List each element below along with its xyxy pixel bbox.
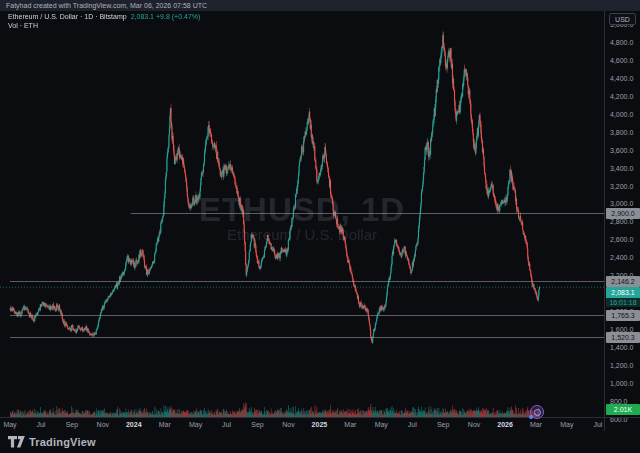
legend-change: +9.8 (+0.47%) xyxy=(156,13,200,20)
time-tick-month: May xyxy=(375,421,388,428)
price-tick-label: 3,800.0 xyxy=(610,129,633,137)
legend-symbol[interactable]: Ethereum / U.S. Dollar · 1D · Bitstamp xyxy=(8,13,127,20)
chart-pane[interactable]: ETHUSD, 1D Ethereum / U.S. Dollar Ethere… xyxy=(0,11,604,417)
bar-countdown: 16:01:18 xyxy=(606,298,640,307)
time-tick-month: Mar xyxy=(530,421,542,428)
price-tick-label: 3,600.0 xyxy=(610,147,633,155)
time-tick-month: Sep xyxy=(251,421,263,428)
price-tick-label: 4,800.0 xyxy=(610,39,633,47)
currency-button[interactable]: USD xyxy=(609,13,636,25)
legend-symbol-row[interactable]: Ethereum / U.S. Dollar · 1D · Bitstamp2,… xyxy=(8,13,200,20)
time-tick-month: Nov xyxy=(468,421,480,428)
price-tick-label: 3,400.0 xyxy=(610,165,633,173)
time-tick-month: Nov xyxy=(282,421,294,428)
last-price-badge: 2,083.116:01:18 xyxy=(606,287,640,307)
price-tick-label: 2,400.0 xyxy=(610,254,633,262)
attribution-text: Fatyhad created with TradingView.com, Ma… xyxy=(6,2,207,9)
price-tick-label: 2,600.0 xyxy=(610,236,633,244)
event-dot-icon xyxy=(529,415,533,419)
event-swirl-icon xyxy=(534,409,541,416)
hline-price-badge: 1,520.3 xyxy=(606,332,640,343)
time-tick-month: May xyxy=(560,421,573,428)
last-price-value: 2,083.1 xyxy=(606,287,640,298)
attribution-bar: Fatyhad created with TradingView.com, Ma… xyxy=(0,0,640,11)
time-tick-month: May xyxy=(3,421,16,428)
price-tick-label: 1,200.0 xyxy=(610,362,633,370)
price-tick-label: 3,200.0 xyxy=(610,183,633,191)
volume-value-badge: 2.01K xyxy=(606,404,640,415)
legend-last-price: 2,083.1 xyxy=(131,13,154,20)
tradingview-logo[interactable]: TradingView xyxy=(8,436,96,448)
time-axis[interactable]: MayJulSepNov2024MarMayJulSepNov2025MarMa… xyxy=(0,417,640,431)
tradingview-mark-icon xyxy=(8,436,25,448)
brand-bar: TradingView xyxy=(0,431,640,453)
time-tick-month: Jul xyxy=(222,421,231,428)
hline-price-badge: 1,765.3 xyxy=(606,310,640,321)
time-tick-month: Jul xyxy=(408,421,417,428)
time-tick-month: Sep xyxy=(437,421,449,428)
time-tick-month: Sep xyxy=(66,421,78,428)
candlestick-canvas[interactable] xyxy=(0,11,604,417)
tradingview-snapshot: Fatyhad created with TradingView.com, Ma… xyxy=(0,0,640,453)
tradingview-wordmark: TradingView xyxy=(29,436,96,448)
hline-price-badge: 2,900.0 xyxy=(606,208,640,219)
price-tick-label: 1,000.0 xyxy=(610,380,633,388)
time-tick-month: May xyxy=(189,421,202,428)
price-tick-label: 4,000.0 xyxy=(610,111,633,119)
price-tick-label: 4,600.0 xyxy=(610,57,633,65)
time-tick-month: Jul xyxy=(593,421,602,428)
price-tick-label: 4,200.0 xyxy=(610,93,633,101)
time-tick-month: Mar xyxy=(159,421,171,428)
legend-volume-label[interactable]: Vol · ETH xyxy=(8,22,38,29)
time-tick-year: 2025 xyxy=(312,421,328,428)
hline-price-badge: 2,146.2 xyxy=(606,276,640,287)
timeline-event-icon[interactable] xyxy=(530,405,544,419)
price-tick-label: 4,400.0 xyxy=(610,75,633,83)
time-tick-month: Jul xyxy=(36,421,45,428)
time-tick-month: Nov xyxy=(97,421,109,428)
time-tick-year: 2026 xyxy=(497,421,513,428)
price-tick-label: 1,400.0 xyxy=(610,344,633,352)
time-tick-year: 2024 xyxy=(126,421,142,428)
price-axis[interactable]: USD 5,000.04,800.04,600.04,400.04,200.04… xyxy=(604,11,640,431)
time-tick-month: Mar xyxy=(344,421,356,428)
price-tick-label: 2,800.0 xyxy=(610,218,633,226)
legend-volume-row[interactable]: Vol · ETH xyxy=(8,22,38,29)
